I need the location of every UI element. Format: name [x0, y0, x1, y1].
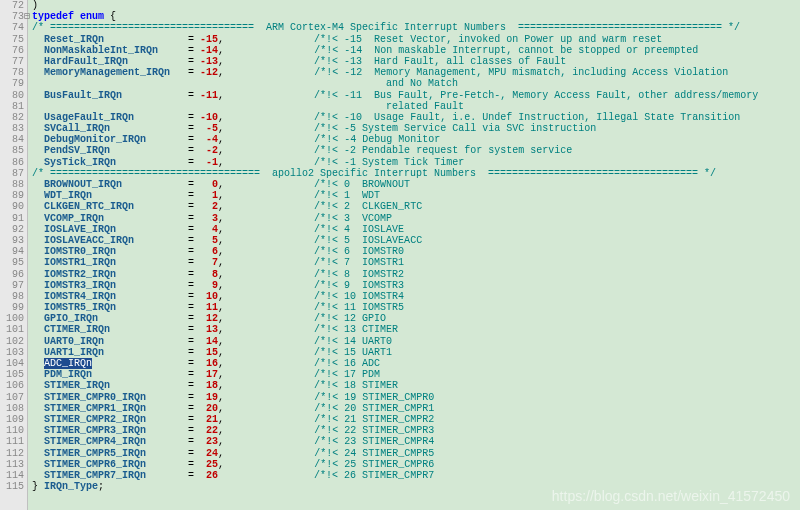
identifier[interactable]: UsageFault_IRQn [44, 112, 134, 123]
identifier-highlighted[interactable]: ADC_IRQn [44, 358, 92, 369]
code-line[interactable]: 75 Reset_IRQn = -15, /*!< -15 Reset Vect… [2, 34, 800, 45]
identifier[interactable]: CLKGEN_RTC_IRQn [44, 201, 134, 212]
code-line[interactable]: 110 STIMER_CMPR3_IRQn = 22, /*!< 22 STIM… [2, 425, 800, 436]
code-line[interactable]: 76 NonMaskableInt_IRQn = -14, /*!< -14 N… [2, 45, 800, 56]
fold-icon[interactable] [24, 0, 32, 11]
fold-icon[interactable] [24, 56, 32, 67]
identifier[interactable]: IOSLAVE_IRQn [44, 224, 116, 235]
code-line[interactable]: 99 IOMSTR5_IRQn = 11, /*!< 11 IOMSTR5 [2, 302, 800, 313]
code-line[interactable]: 77 HardFault_IRQn = -13, /*!< -13 Hard F… [2, 56, 800, 67]
identifier[interactable]: STIMER_CMPR7_IRQn [44, 470, 146, 481]
fold-icon[interactable] [24, 436, 32, 447]
fold-icon[interactable] [24, 179, 32, 190]
type-name[interactable]: IRQn_Type [44, 481, 98, 492]
identifier[interactable]: IOMSTR5_IRQn [44, 302, 116, 313]
code-line[interactable]: 87 /* ==================================… [2, 168, 800, 179]
fold-icon[interactable] [24, 145, 32, 156]
identifier[interactable]: BusFault_IRQn [44, 90, 122, 101]
code-line[interactable]: 102 UART0_IRQn = 14, /*!< 14 UART0 [2, 336, 800, 347]
fold-icon[interactable] [24, 134, 32, 145]
code-line[interactable]: 108 STIMER_CMPR1_IRQn = 20, /*!< 20 STIM… [2, 403, 800, 414]
fold-icon[interactable] [24, 280, 32, 291]
code-line[interactable]: 88 BROWNOUT_IRQn = 0, /*!< 0 BROWNOUT [2, 179, 800, 190]
fold-icon[interactable] [24, 291, 32, 302]
identifier[interactable]: STIMER_CMPR0_IRQn [44, 392, 146, 403]
code-line[interactable]: 78 MemoryManagement_IRQn = -12, /*!< -12… [2, 67, 800, 78]
code-line[interactable]: 91 VCOMP_IRQn = 3, /*!< 3 VCOMP [2, 213, 800, 224]
identifier[interactable]: WDT_IRQn [44, 190, 92, 201]
fold-icon[interactable] [24, 67, 32, 78]
identifier[interactable]: PDM_IRQn [44, 369, 92, 380]
fold-icon[interactable] [24, 425, 32, 436]
code-line[interactable]: 72 ) [2, 0, 800, 11]
fold-icon[interactable] [24, 201, 32, 212]
code-line[interactable]: 105 PDM_IRQn = 17, /*!< 17 PDM [2, 369, 800, 380]
code-line[interactable]: 113 STIMER_CMPR6_IRQn = 25, /*!< 25 STIM… [2, 459, 800, 470]
fold-icon[interactable] [24, 369, 32, 380]
code-line[interactable]: 94 IOMSTR0_IRQn = 6, /*!< 6 IOMSTR0 [2, 246, 800, 257]
fold-icon[interactable] [24, 313, 32, 324]
identifier[interactable]: UART0_IRQn [44, 336, 104, 347]
fold-icon[interactable] [24, 224, 32, 235]
code-line[interactable]: 104 ADC_IRQn = 16, /*!< 16 ADC [2, 358, 800, 369]
identifier[interactable]: STIMER_CMPR5_IRQn [44, 448, 146, 459]
identifier[interactable]: MemoryManagement_IRQn [44, 67, 170, 78]
identifier[interactable]: HardFault_IRQn [44, 56, 128, 67]
code-line[interactable]: 98 IOMSTR4_IRQn = 10, /*!< 10 IOMSTR4 [2, 291, 800, 302]
identifier[interactable]: STIMER_CMPR3_IRQn [44, 425, 146, 436]
identifier[interactable]: Reset_IRQn [44, 34, 104, 45]
fold-icon[interactable] [24, 90, 32, 101]
identifier[interactable]: IOMSTR1_IRQn [44, 257, 116, 268]
fold-icon[interactable] [24, 168, 32, 179]
fold-icon[interactable] [24, 470, 32, 481]
code-line[interactable]: 103 UART1_IRQn = 15, /*!< 15 UART1 [2, 347, 800, 358]
fold-icon[interactable] [24, 246, 32, 257]
fold-icon[interactable] [24, 22, 32, 33]
fold-icon[interactable] [24, 45, 32, 56]
fold-icon[interactable] [24, 459, 32, 470]
identifier[interactable]: STIMER_CMPR6_IRQn [44, 459, 146, 470]
fold-icon[interactable] [24, 257, 32, 268]
code-line[interactable]: 107 STIMER_CMPR0_IRQn = 19, /*!< 19 STIM… [2, 392, 800, 403]
code-line[interactable]: 96 IOMSTR2_IRQn = 8, /*!< 8 IOMSTR2 [2, 269, 800, 280]
fold-icon[interactable] [24, 380, 32, 391]
fold-icon[interactable] [24, 123, 32, 134]
code-line[interactable]: 101 CTIMER_IRQn = 13, /*!< 13 CTIMER [2, 324, 800, 335]
code-line[interactable]: 84 DebugMonitor_IRQn = -4, /*!< -4 Debug… [2, 134, 800, 145]
code-line[interactable]: 90 CLKGEN_RTC_IRQn = 2, /*!< 2 CLKGEN_RT… [2, 201, 800, 212]
code-line[interactable]: 89 WDT_IRQn = 1, /*!< 1 WDT [2, 190, 800, 201]
identifier[interactable]: IOMSTR3_IRQn [44, 280, 116, 291]
fold-icon[interactable] [24, 336, 32, 347]
fold-icon[interactable] [24, 358, 32, 369]
fold-icon[interactable] [24, 78, 32, 89]
identifier[interactable]: SysTick_IRQn [44, 157, 116, 168]
code-line[interactable]: 79 and No Match [2, 78, 800, 89]
fold-icon[interactable] [24, 414, 32, 425]
code-line[interactable]: 115 } IRQn_Type; [2, 481, 800, 492]
identifier[interactable]: STIMER_CMPR1_IRQn [44, 403, 146, 414]
identifier[interactable]: IOMSTR0_IRQn [44, 246, 116, 257]
fold-icon[interactable] [24, 403, 32, 414]
fold-icon[interactable]: ⊟ [24, 11, 32, 22]
code-line[interactable]: 73⊟typedef enum { [2, 11, 800, 22]
code-line[interactable]: 100 GPIO_IRQn = 12, /*!< 12 GPIO [2, 313, 800, 324]
identifier[interactable]: UART1_IRQn [44, 347, 104, 358]
identifier[interactable]: SVCall_IRQn [44, 123, 110, 134]
code-editor-viewport[interactable]: 72 )73⊟typedef enum {74 /* =============… [0, 0, 800, 492]
code-line[interactable]: 74 /* ==================================… [2, 22, 800, 33]
fold-icon[interactable] [24, 34, 32, 45]
identifier[interactable]: IOMSTR2_IRQn [44, 269, 116, 280]
fold-icon[interactable] [24, 112, 32, 123]
identifier[interactable]: GPIO_IRQn [44, 313, 98, 324]
fold-icon[interactable] [24, 235, 32, 246]
fold-icon[interactable] [24, 101, 32, 112]
fold-icon[interactable] [24, 481, 32, 492]
code-line[interactable]: 81 related Fault [2, 101, 800, 112]
identifier[interactable]: STIMER_CMPR4_IRQn [44, 436, 146, 447]
fold-icon[interactable] [24, 448, 32, 459]
code-line[interactable]: 86 SysTick_IRQn = -1, /*!< -1 System Tic… [2, 157, 800, 168]
fold-icon[interactable] [24, 392, 32, 403]
fold-icon[interactable] [24, 347, 32, 358]
code-line[interactable]: 112 STIMER_CMPR5_IRQn = 24, /*!< 24 STIM… [2, 448, 800, 459]
identifier[interactable]: IOSLAVEACC_IRQn [44, 235, 134, 246]
